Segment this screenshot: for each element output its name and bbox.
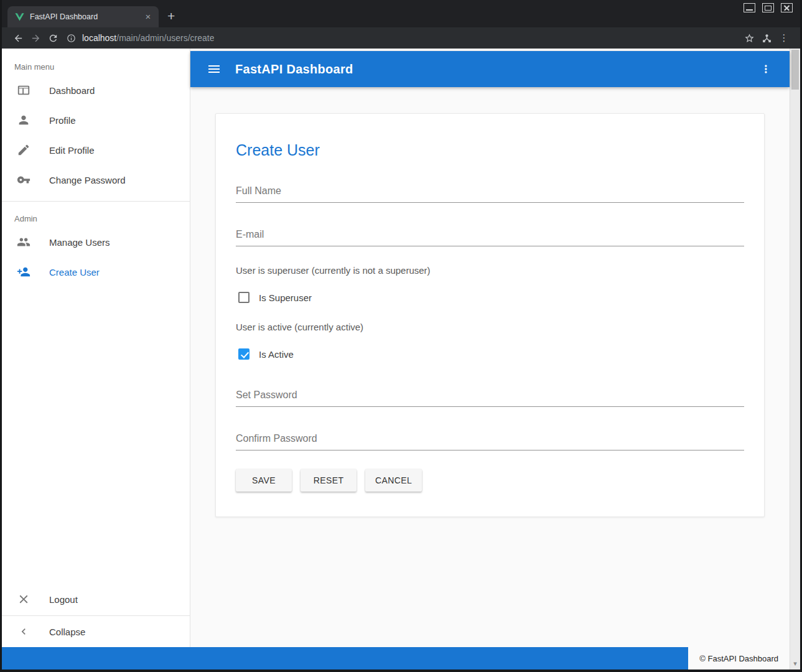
forward-button[interactable] <box>27 29 44 47</box>
email-field <box>236 225 744 246</box>
page-content: Create User User is superuser (currently… <box>190 87 790 647</box>
footer-copyright: © FastAPI Dashboard <box>688 647 790 670</box>
set-password-field <box>236 386 744 407</box>
address-bar[interactable]: localhost/main/admin/users/create <box>67 33 732 43</box>
sidebar-item-manage-users[interactable]: Manage Users <box>2 227 190 257</box>
star-icon <box>744 33 755 44</box>
sidebar-item-label: Profile <box>49 115 76 126</box>
back-arrow-icon <box>13 33 24 44</box>
url-text[interactable]: localhost/main/admin/users/create <box>82 33 214 43</box>
vue-favicon-icon <box>14 12 25 22</box>
chevron-left-icon <box>17 625 30 638</box>
sidebar-section-main-menu: Main menu <box>2 50 190 75</box>
close-icon <box>17 592 30 606</box>
save-button[interactable]: SAVE <box>236 469 292 492</box>
key-icon <box>17 173 30 187</box>
sidebar-item-change-password[interactable]: Change Password <box>2 165 190 195</box>
new-tab-button[interactable]: + <box>167 10 175 22</box>
url-host: localhost <box>82 33 116 43</box>
create-user-card: Create User User is superuser (currently… <box>215 113 765 517</box>
browser-menu-button[interactable]: ⋮ <box>775 29 793 47</box>
sidebar-item-edit-profile[interactable]: Edit Profile <box>2 135 190 165</box>
sidebar-item-label: Change Password <box>49 175 126 185</box>
pencil-icon <box>17 143 30 157</box>
main-area: FastAPI Dashboard Create User <box>190 49 790 647</box>
forward-arrow-icon <box>30 33 41 44</box>
app-area: Main menu Dashboard Profile Edit Profile <box>2 49 800 670</box>
device-hub-icon <box>762 33 772 44</box>
sidebar-item-label: Create User <box>49 267 100 278</box>
sidebar-item-label: Edit Profile <box>49 145 95 156</box>
superuser-checkbox[interactable] <box>238 292 249 303</box>
back-button[interactable] <box>9 29 27 47</box>
site-info-icon[interactable] <box>67 34 76 43</box>
app-footer: © FastAPI Dashboard <box>2 647 790 670</box>
app-toolbar: FastAPI Dashboard <box>190 51 790 87</box>
sidebar-item-dashboard[interactable]: Dashboard <box>2 75 190 105</box>
confirm-password-input[interactable] <box>236 429 744 450</box>
page-scrollbar[interactable]: ▾ <box>790 49 800 670</box>
sidebar-section-admin: Admin <box>2 202 190 227</box>
full-name-field <box>236 182 744 203</box>
kebab-menu-icon <box>760 63 772 75</box>
group-icon <box>17 235 30 249</box>
dashboard-icon <box>17 83 30 97</box>
sidebar-item-label: Manage Users <box>49 237 110 248</box>
reload-icon <box>48 33 58 44</box>
person-add-icon <box>17 265 30 279</box>
sidebar-item-logout[interactable]: Logout <box>2 584 190 614</box>
hamburger-menu-button[interactable] <box>207 62 221 77</box>
page-title: Create User <box>236 141 744 159</box>
hamburger-icon <box>207 62 221 77</box>
bookmark-button[interactable] <box>740 29 758 47</box>
sidebar-item-label: Logout <box>49 594 78 605</box>
window-controls <box>744 3 793 12</box>
browser-titlebar: FastAPI Dashboard × + <box>2 0 800 27</box>
sidebar-item-label: Collapse <box>49 627 85 637</box>
browser-tab[interactable]: FastAPI Dashboard × <box>7 6 159 27</box>
app-title: FastAPI Dashboard <box>235 62 353 77</box>
superuser-checkbox-label: Is Superuser <box>259 292 312 303</box>
sidebar-item-profile[interactable]: Profile <box>2 105 190 135</box>
reload-button[interactable] <box>44 29 62 47</box>
browser-toolbar: localhost/main/admin/users/create ⋮ <box>2 27 800 49</box>
active-checkbox-label: Is Active <box>259 349 294 360</box>
sidebar: Main menu Dashboard Profile Edit Profile <box>2 49 190 647</box>
sidebar-item-create-user[interactable]: Create User <box>2 257 190 287</box>
kebab-menu-icon: ⋮ <box>780 32 789 44</box>
minimize-button[interactable] <box>744 3 755 12</box>
app-overflow-menu-button[interactable] <box>758 62 773 77</box>
browser-window: FastAPI Dashboard × + localho <box>2 0 800 670</box>
full-name-input[interactable] <box>236 182 744 203</box>
email-input[interactable] <box>236 225 744 246</box>
tab-title: FastAPI Dashboard <box>30 12 142 21</box>
active-checkbox-row[interactable]: Is Active <box>236 348 744 360</box>
browser-extensions-button[interactable] <box>758 29 775 47</box>
form-actions: SAVE RESET CANCEL <box>236 469 744 492</box>
reset-button[interactable]: RESET <box>301 469 357 492</box>
scrollbar-thumb[interactable] <box>791 50 799 90</box>
scrollbar-down-arrow[interactable]: ▾ <box>790 660 800 668</box>
active-checkbox[interactable] <box>238 348 249 360</box>
footer-bar <box>2 647 688 670</box>
sidebar-collapse-button[interactable]: Collapse <box>2 616 190 647</box>
cancel-button[interactable]: CANCEL <box>365 469 422 492</box>
close-window-button[interactable] <box>781 3 793 12</box>
sidebar-item-label: Dashboard <box>49 85 95 96</box>
set-password-input[interactable] <box>236 386 744 407</box>
superuser-checkbox-row[interactable]: Is Superuser <box>236 292 744 303</box>
active-hint: User is active (currently active) <box>236 322 744 332</box>
confirm-password-field <box>236 429 744 450</box>
superuser-hint: User is superuser (currently is not a su… <box>236 265 744 276</box>
window-frame: FastAPI Dashboard × + localho <box>0 0 802 672</box>
maximize-button[interactable] <box>762 3 774 12</box>
url-path: /main/admin/users/create <box>116 33 214 43</box>
tab-close-icon[interactable]: × <box>142 11 154 22</box>
person-icon <box>17 113 30 127</box>
